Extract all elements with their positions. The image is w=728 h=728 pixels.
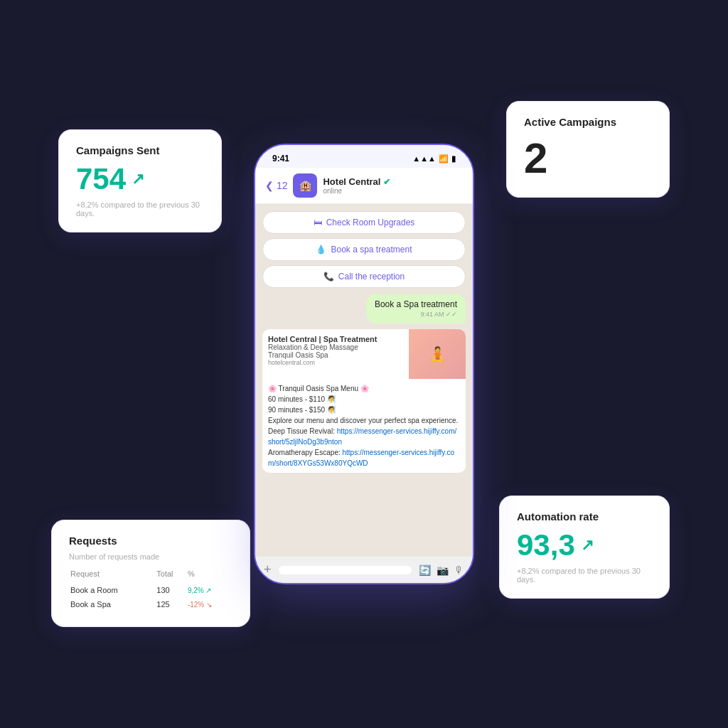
camera-icon[interactable]: 📷 — [437, 564, 449, 576]
sticker-icon[interactable]: 🔄 — [419, 564, 431, 576]
quick-reply-spa[interactable]: 💧 Book a spa treatment — [262, 238, 466, 261]
requests-table: Request Total % Book a Room 130 9,2% ↗ B… — [69, 568, 232, 612]
hotel-avatar: 🏨 — [293, 173, 317, 198]
spa-image: 🧘 — [409, 329, 466, 379]
spa-card-title: Hotel Central | Spa Treatment — [268, 335, 399, 343]
battery-icon: ▮ — [451, 154, 456, 164]
spa-icon: 💧 — [316, 245, 326, 255]
spa-card: Hotel Central | Spa Treatment Relaxation… — [262, 329, 466, 473]
signal-icon: ▲▲▲ — [412, 154, 436, 163]
message-input[interactable] — [279, 566, 412, 574]
quick-reply-room-upgrade[interactable]: 🛏 Check Room Upgrades — [262, 211, 466, 234]
spa-brand: Tranquil Oasis Spa — [268, 351, 399, 359]
hotel-info: Hotel Central ✔ online — [323, 176, 463, 195]
chat-body: 🛏 Check Room Upgrades 💧 Book a spa treat… — [255, 204, 473, 557]
request-percent-2: -12% ↘ — [188, 598, 231, 611]
active-campaigns-value: 2 — [524, 134, 652, 183]
user-message: Book a Spa treatment 9:41 AM ✓✓ — [366, 294, 466, 323]
campaigns-sent-title: Campaigns Sent — [76, 144, 204, 156]
active-campaigns-title: Active Campaigns — [524, 116, 652, 128]
campaigns-sent-card: Campaigns Sent 754 ↗ +8,2% compared to t… — [58, 129, 222, 232]
campaigns-sent-value: 754 ↗ — [76, 162, 204, 196]
hotel-name: Hotel Central ✔ — [323, 176, 463, 187]
col-total: Total — [156, 569, 186, 582]
quick-replies: 🛏 Check Room Upgrades 💧 Book a spa treat… — [262, 211, 466, 288]
automation-rate-value: 93,3 ↗ — [517, 528, 652, 562]
status-bar: 9:41 ▲▲▲ 📶 ▮ — [255, 145, 473, 168]
automation-rate-card: Automation rate 93,3 ↗ +8,2% compared to… — [499, 496, 670, 599]
table-row: Book a Room 130 9,2% ↗ — [70, 584, 231, 596]
active-campaigns-card: Active Campaigns 2 — [506, 101, 670, 198]
spa-link-2[interactable]: https://messenger-services.hijiffy.com/s… — [268, 449, 454, 467]
hotel-status: online — [323, 187, 463, 195]
spa-link-1[interactable]: https://messenger-services.hijiffy.com/s… — [268, 427, 456, 446]
spa-content: 🌸 Tranquil Oasis Spa Menu 🌸 60 minutes -… — [262, 379, 466, 473]
requests-card: Requests Number of requests made Request… — [51, 520, 250, 627]
requests-subtitle: Number of requests made — [69, 552, 232, 561]
automation-trend-icon: ↗ — [581, 536, 594, 555]
status-icons: ▲▲▲ 📶 ▮ — [412, 154, 456, 164]
verified-badge: ✔ — [383, 177, 390, 187]
input-icons: 🔄 📷 🎙 — [419, 564, 464, 576]
message-time: 9:41 AM ✓✓ — [375, 311, 457, 318]
spa-card-subtitle: Relaxation & Deep Massage — [268, 343, 399, 351]
status-time: 9:41 — [272, 154, 289, 164]
request-name-2: Book a Spa — [70, 598, 155, 611]
add-icon[interactable]: + — [264, 562, 272, 577]
input-bar: + 🔄 📷 🎙 — [255, 557, 473, 583]
spa-domain: hotelcentral.com — [268, 359, 399, 366]
chat-header: ❮ 12 🏨 Hotel Central ✔ online — [255, 168, 473, 204]
request-name-1: Book a Room — [70, 584, 155, 596]
automation-rate-title: Automation rate — [517, 510, 652, 523]
col-request: Request — [70, 569, 155, 582]
campaigns-sent-subtitle: +8,2% compared to the previous 30 days. — [76, 200, 204, 218]
mic-icon[interactable]: 🎙 — [454, 564, 464, 576]
requests-title: Requests — [69, 535, 232, 547]
request-percent-1: 9,2% ↗ — [188, 584, 231, 596]
request-total-2: 125 — [156, 598, 186, 611]
room-icon: 🛏 — [314, 218, 322, 228]
back-button[interactable]: ❮ 12 — [265, 180, 287, 191]
trend-up-icon: ↗ — [132, 170, 144, 188]
wifi-icon: 📶 — [439, 154, 449, 164]
request-total-1: 130 — [156, 584, 186, 596]
quick-reply-reception[interactable]: 📞 Call the reception — [262, 265, 466, 288]
col-percent: % — [188, 569, 231, 582]
automation-rate-subtitle: +8,2% compared to the previous 30 days. — [517, 567, 652, 584]
table-row: Book a Spa 125 -12% ↘ — [70, 598, 231, 611]
phone-icon: 📞 — [323, 272, 334, 282]
phone-mockup: 9:41 ▲▲▲ 📶 ▮ ❮ 12 🏨 Hotel Central ✔ onli… — [254, 144, 474, 584]
